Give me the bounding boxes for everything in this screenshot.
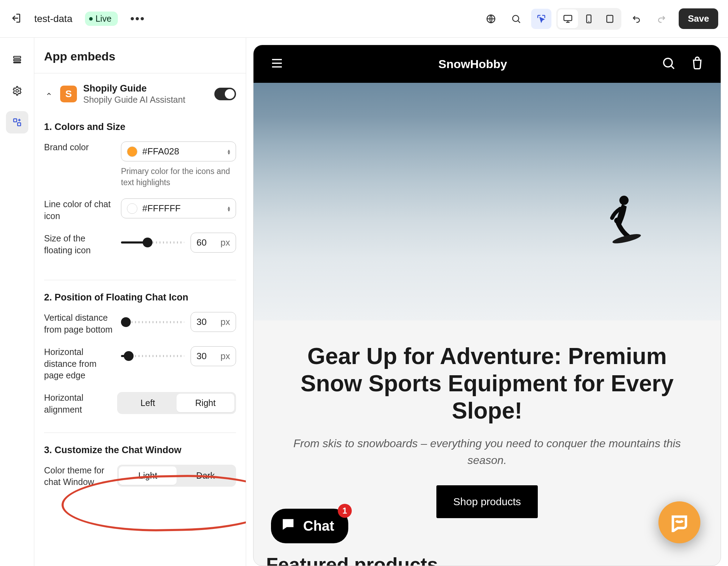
snowboarder-graphic	[603, 192, 641, 245]
brand-swatch	[127, 146, 137, 157]
collapse-icon[interactable]	[44, 89, 54, 99]
line-swatch	[127, 203, 137, 214]
brand-color-value: #FFA028	[142, 146, 179, 157]
exit-icon[interactable]	[10, 12, 22, 26]
section1-title: 1. Colors and Size	[44, 122, 236, 132]
field-brand-color: Brand color #FFA028 ▴▾ Primary color for…	[44, 142, 236, 188]
site-preview: SnowHobby	[253, 45, 721, 566]
svg-rect-5	[14, 56, 21, 58]
svg-point-12	[619, 196, 628, 205]
preview-wrap: SnowHobby	[246, 38, 728, 566]
v-dist-slider[interactable]	[121, 321, 184, 323]
svg-point-8	[16, 89, 19, 92]
app-embeds-icon[interactable]	[6, 111, 28, 133]
section-colors-size: 1. Colors and Size Brand color #FFA028 ▴…	[34, 110, 246, 274]
h-dist-label: Horizontal distance from page edge	[44, 346, 114, 382]
svg-rect-2	[564, 15, 572, 21]
save-button[interactable]: Save	[679, 8, 718, 29]
sections-icon[interactable]	[6, 48, 28, 71]
icon-size-slider[interactable]	[121, 241, 184, 244]
desktop-view-button[interactable]	[558, 9, 578, 28]
app-header: S Shopily Guide Shopily Guide AI Assista…	[34, 73, 246, 110]
hero-title: Gear Up for Adventure: Premium Snow Spor…	[278, 343, 696, 424]
app-subtitle: Shopily Guide AI Assistant	[83, 95, 208, 105]
site-header: SnowHobby	[254, 45, 721, 83]
theme-label: Color theme for chat Window	[44, 465, 110, 488]
theme-light-button[interactable]: Light	[119, 466, 177, 485]
left-rail	[0, 38, 34, 566]
v-dist-unit: px	[221, 317, 230, 327]
inspector-icon[interactable]	[531, 9, 551, 29]
app-name: Shopily Guide	[83, 83, 208, 94]
theme-dark-button[interactable]: Dark	[177, 466, 234, 485]
line-color-value: #FFFFFF	[142, 203, 181, 214]
topbar-left: test-data Live •••	[10, 12, 145, 26]
field-icon-size: Size of the floating icon 60 px	[44, 233, 236, 256]
globe-icon[interactable]	[481, 9, 501, 29]
redo-icon	[651, 9, 672, 29]
mobile-view-button[interactable]	[579, 9, 599, 28]
icon-size-value: 60	[197, 237, 207, 248]
svg-point-11	[664, 58, 672, 67]
v-dist-value-box[interactable]: 30 px	[191, 312, 236, 332]
line-color-input[interactable]: #FFFFFF ▴▾	[121, 198, 236, 218]
section2-title: 2. Position of Floating Chat Icon	[44, 292, 236, 303]
fullscreen-view-button[interactable]	[600, 9, 620, 28]
field-color-theme: Color theme for chat Window Light Dark	[44, 465, 236, 488]
icon-size-value-box[interactable]: 60 px	[191, 233, 236, 253]
search-icon[interactable]	[506, 9, 526, 29]
line-color-label: Line color of chat icon	[44, 198, 114, 222]
site-header-right	[661, 56, 705, 72]
h-align-label: Horizontal alignment	[44, 392, 110, 416]
svg-rect-9	[14, 119, 17, 122]
icon-size-unit: px	[221, 237, 230, 248]
settings-icon[interactable]	[6, 80, 28, 102]
file-name[interactable]: test-data	[34, 13, 72, 24]
v-dist-label: Vertical distance from page bottom	[44, 312, 114, 336]
icon-size-label: Size of the floating icon	[44, 233, 114, 256]
v-dist-value: 30	[197, 317, 207, 327]
svg-rect-4	[607, 15, 613, 22]
svg-rect-7	[14, 62, 21, 63]
svg-rect-10	[17, 123, 21, 126]
hero-subtitle: From skis to snowboards – everything you…	[278, 435, 696, 469]
theme-segmented: Light Dark	[117, 465, 236, 487]
shop-products-button[interactable]: Shop products	[436, 485, 537, 518]
live-badge[interactable]: Live	[85, 12, 118, 26]
chat-label: Chat	[303, 518, 334, 534]
field-vertical-distance: Vertical distance from page bottom 30 px	[44, 312, 236, 336]
panel-title: App embeds	[34, 38, 246, 73]
slider-thumb[interactable]	[121, 317, 131, 327]
chat-widget[interactable]: Chat 1	[271, 509, 348, 543]
app-enable-toggle[interactable]	[214, 88, 236, 100]
hamburger-icon[interactable]	[270, 56, 284, 72]
slider-thumb[interactable]	[124, 351, 134, 361]
svg-point-1	[513, 15, 519, 22]
site-brand[interactable]: SnowHobby	[438, 57, 507, 71]
stepper-icon[interactable]: ▴▾	[228, 149, 230, 154]
section3-title: 3. Customize the Chat Window	[44, 445, 236, 456]
h-dist-value-box[interactable]: 30 px	[191, 346, 236, 366]
h-dist-slider[interactable]	[121, 355, 184, 357]
section-chat-window: 3. Customize the Chat Window Color theme…	[34, 433, 246, 506]
floating-chat-icon[interactable]	[658, 501, 700, 543]
h-dist-unit: px	[221, 351, 230, 362]
brand-color-input[interactable]: #FFA028 ▴▾	[121, 142, 236, 161]
chat-bubble-icon	[280, 516, 296, 536]
device-group	[556, 8, 621, 30]
stepper-icon[interactable]: ▴▾	[228, 206, 230, 211]
topbar-right: Save	[481, 8, 718, 30]
slider-thumb[interactable]	[143, 238, 152, 247]
field-line-color: Line color of chat icon #FFFFFF ▴▾	[44, 198, 236, 222]
more-icon[interactable]: •••	[130, 12, 145, 25]
align-left-button[interactable]: Left	[119, 394, 177, 412]
undo-icon[interactable]	[626, 9, 647, 29]
section-position: 2. Position of Floating Chat Icon Vertic…	[34, 280, 246, 426]
brand-color-help: Primary color for the icons and text hig…	[121, 166, 236, 188]
site-search-icon[interactable]	[661, 56, 676, 72]
cart-icon[interactable]	[690, 56, 705, 72]
hero-image	[254, 83, 721, 320]
align-right-button[interactable]: Right	[177, 394, 234, 412]
h-dist-value: 30	[197, 351, 207, 362]
h-align-segmented: Left Right	[117, 392, 236, 414]
